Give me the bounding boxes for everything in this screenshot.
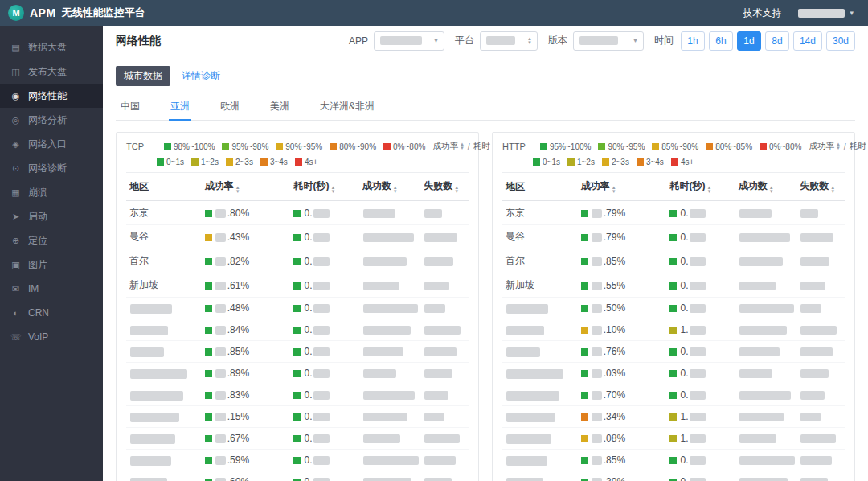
time-button-30d[interactable]: 30d [826,31,855,51]
sidebar-item-network-analysis[interactable]: ◎网络分析 [0,108,103,132]
status-square-icon [293,413,301,421]
time-button-14d[interactable]: 14d [793,31,822,51]
success-rate-cell: .08% [578,428,667,450]
redacted-text [363,478,411,481]
legend-label: 80%~90% [339,142,376,151]
status-square-icon [581,392,588,399]
table-row: .15%0. [126,406,469,428]
column-header-elapsed[interactable]: 耗时(秒)▲▼ [290,173,358,201]
sidebar-item-data-dashboard[interactable]: ▤数据大盘 [0,35,103,60]
legend-item: 0~1s [157,158,184,166]
redacted-text [690,478,706,481]
sidebar-item-launch[interactable]: ➤启动 [0,204,103,228]
tab-city-data[interactable]: 城市数据 [116,66,170,86]
column-header-success-rate[interactable]: 成功率▲▼ [202,173,291,201]
fail-count-cell [796,201,845,225]
sort-icon: ▲▼ [393,186,398,194]
region-table: 地区成功率▲▼耗时(秒)▲▼成功数▲▼失败数▲▼东京.80%0.曼谷.43%0.… [126,172,469,481]
sidebar-item-crn[interactable]: ◐CRN [0,301,103,325]
time-value: 0. [304,433,312,444]
sidebar-item-voip[interactable]: ☏VoIP [0,325,103,349]
version-filter-label: 版本 [548,34,567,47]
time-button-8d[interactable]: 8d [765,31,789,51]
fail-count-cell [420,298,469,319]
legend-label: 85%~90% [661,142,698,151]
time-value: 1. [680,433,688,444]
sidebar-item-network-entry[interactable]: ◈网络入口 [0,132,103,156]
rate-time-sort[interactable]: 成功率▲▼/耗时▲▼ [432,141,496,152]
success-rate-cell: .67% [202,428,291,450]
column-header-fail-count[interactable]: 失败数▲▼ [420,173,469,201]
elapsed-cell: 0. [290,450,358,471]
time-button-1d[interactable]: 1d [737,31,761,51]
sidebar-item-image[interactable]: ▣图片 [0,253,103,277]
sidebar-item-crash[interactable]: ▦崩溃 [0,180,103,204]
success-count-cell [735,201,797,225]
column-header-success-rate[interactable]: 成功率▲▼ [578,173,667,201]
support-link[interactable]: 技术支持 [743,6,781,20]
success-rate-cell: .50% [578,298,667,319]
fail-count-cell [796,319,845,341]
platform-select[interactable]: ▲▼ [480,31,538,51]
status-square-icon [760,143,767,150]
sidebar-item-release-dashboard[interactable]: ◫发布大盘 [0,60,103,84]
sidebar-item-network-diagnosis[interactable]: ⊙网络诊断 [0,156,103,180]
success-rate-cell: .85% [578,450,667,471]
sidebar-item-im[interactable]: ✉IM [0,277,103,301]
column-header-fail-count[interactable]: 失败数▲▼ [796,173,845,201]
time-filter-label: 时间 [654,34,674,47]
redacted-text [800,304,821,313]
sort-separator: / [468,142,470,151]
table-row: .48%0. [126,298,469,319]
redacted-text [424,347,457,356]
redacted-text [130,347,164,357]
region-tab[interactable]: 中国 [119,94,141,121]
column-header-success-count[interactable]: 成功数▲▼ [735,173,797,201]
time-button-6h[interactable]: 6h [709,31,733,51]
sort-rate-label: 成功率 [809,141,834,152]
status-square-icon [330,143,337,150]
region-tab[interactable]: 大洋洲&非洲 [318,94,376,121]
fail-count-cell [420,225,469,249]
region-tab[interactable]: 美洲 [268,94,291,121]
redacted-text [690,304,706,313]
region-tab[interactable]: 欧洲 [219,94,241,121]
rate-value: .85% [227,346,249,357]
redacted-text [215,434,226,443]
topbar: M APM 无线性能监控平台 技术支持 ▾ [0,0,868,26]
redacted-text [592,209,602,218]
legend-item: 0%~80% [760,142,801,151]
fail-count-cell [420,363,469,384]
app-filter-label: APP [349,35,368,47]
column-header-success-count[interactable]: 成功数▲▼ [359,173,421,201]
app-select[interactable]: ▼ [374,31,444,51]
user-menu[interactable]: ▾ [797,9,854,18]
legend-item: 95%~100% [540,142,591,151]
time-value: 0. [304,280,312,291]
time-value: 0. [680,389,688,401]
sidebar-item-network-performance[interactable]: ◉网络性能 [0,84,103,108]
redacted-text [800,413,821,421]
status-square-icon [598,143,605,150]
table-row: .85%0. [502,450,845,471]
sidebar-item-location[interactable]: ⊕定位 [0,228,103,253]
column-header-elapsed[interactable]: 耗时(秒)▲▼ [666,173,735,201]
fail-count-cell [420,341,469,363]
redacted-text [215,456,226,465]
version-select[interactable]: ▼ [573,31,644,51]
time-value: 0. [680,454,688,466]
redacted-text [690,326,706,335]
region-cell [126,341,202,363]
region-cell [126,450,202,471]
time-button-1h[interactable]: 1h [681,31,705,51]
rate-time-sort[interactable]: 成功率▲▼/耗时▲▼ [809,141,868,152]
redacted-text [592,391,602,400]
status-square-icon [581,327,588,334]
status-square-icon [205,457,212,464]
success-count-cell [359,363,421,384]
status-square-icon [581,370,588,377]
redacted-text [363,413,407,421]
region-tab[interactable]: 亚洲 [169,94,191,121]
tab-detail-diagnosis[interactable]: 详情诊断 [182,69,220,83]
status-square-icon [540,143,547,150]
